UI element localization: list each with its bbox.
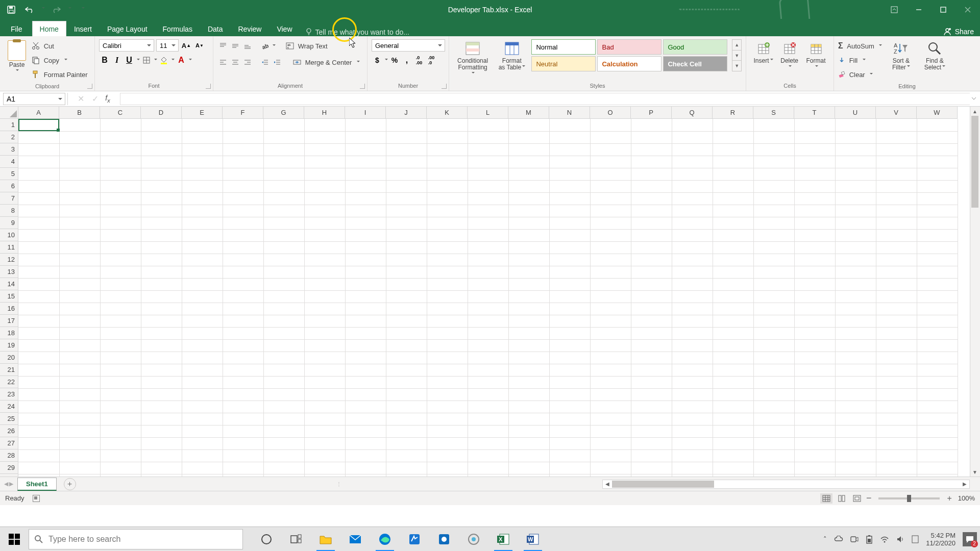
cell[interactable] (508, 229, 549, 241)
cell[interactable] (508, 119, 549, 131)
ribbon-display-options[interactable] (882, 0, 906, 19)
cell[interactable] (835, 217, 876, 229)
cell[interactable] (182, 254, 223, 266)
cell[interactable] (345, 254, 386, 266)
cell[interactable] (917, 254, 958, 266)
cell[interactable] (468, 180, 508, 192)
cell[interactable] (427, 290, 468, 303)
cell[interactable] (713, 241, 753, 254)
cell[interactable] (590, 217, 631, 229)
cell[interactable] (59, 376, 100, 388)
cell[interactable] (182, 388, 223, 400)
cell[interactable] (182, 131, 223, 143)
cell[interactable] (141, 364, 182, 376)
cell[interactable] (794, 425, 835, 437)
row-header[interactable]: 4 (0, 156, 18, 168)
cell[interactable] (794, 217, 835, 229)
row-header[interactable]: 20 (0, 352, 18, 364)
column-header[interactable]: I (345, 107, 386, 118)
cell[interactable] (386, 315, 427, 327)
cell[interactable] (100, 278, 141, 290)
tab-formulas[interactable]: Formulas (155, 21, 200, 36)
cell[interactable] (182, 425, 223, 437)
cell[interactable] (100, 462, 141, 474)
cell[interactable] (141, 400, 182, 413)
cell[interactable] (876, 437, 917, 449)
cell[interactable] (223, 229, 263, 241)
cell[interactable] (141, 229, 182, 241)
cell[interactable] (182, 168, 223, 180)
cell[interactable] (223, 437, 263, 449)
cell[interactable] (100, 290, 141, 303)
cell[interactable] (876, 327, 917, 339)
tab-insert[interactable]: Insert (66, 21, 100, 36)
cell[interactable] (100, 400, 141, 413)
cell[interactable] (263, 217, 304, 229)
cell[interactable] (386, 131, 427, 143)
cell[interactable] (141, 327, 182, 339)
share-button[interactable]: Share (943, 27, 974, 36)
cell[interactable] (18, 462, 59, 474)
cell[interactable] (141, 425, 182, 437)
cell[interactable] (304, 474, 345, 477)
row-header[interactable]: 26 (0, 425, 18, 437)
cell[interactable] (223, 474, 263, 477)
cell[interactable] (59, 449, 100, 462)
row-header[interactable]: 12 (0, 254, 18, 266)
cell[interactable] (713, 388, 753, 400)
cell[interactable] (304, 205, 345, 217)
cell[interactable] (753, 229, 794, 241)
cell[interactable] (835, 241, 876, 254)
cell[interactable] (794, 205, 835, 217)
cell[interactable] (549, 266, 590, 278)
cell[interactable] (141, 376, 182, 388)
cell[interactable] (590, 143, 631, 156)
cell[interactable] (672, 437, 713, 449)
cell[interactable] (672, 388, 713, 400)
cell[interactable] (468, 303, 508, 315)
column-header[interactable]: N (549, 107, 590, 118)
insert-function[interactable]: fx (103, 92, 116, 106)
undo-dropdown[interactable] (41, 7, 45, 12)
cell[interactable] (876, 180, 917, 192)
cell[interactable] (508, 352, 549, 364)
tab-review[interactable]: Review (231, 21, 270, 36)
cell[interactable] (590, 364, 631, 376)
cell[interactable] (182, 229, 223, 241)
column-header[interactable]: H (304, 107, 345, 118)
cell[interactable] (59, 290, 100, 303)
cell[interactable] (508, 364, 549, 376)
cell[interactable] (100, 303, 141, 315)
cell[interactable] (141, 388, 182, 400)
cell[interactable] (753, 303, 794, 315)
cell[interactable] (345, 413, 386, 425)
cell[interactable] (304, 278, 345, 290)
cell[interactable] (876, 143, 917, 156)
zoom-slider[interactable] (878, 497, 940, 499)
cell[interactable] (427, 254, 468, 266)
align-left[interactable] (217, 57, 229, 68)
cell[interactable] (631, 229, 672, 241)
cell[interactable] (794, 400, 835, 413)
tab-page-layout[interactable]: Page Layout (100, 21, 155, 36)
cell[interactable] (59, 303, 100, 315)
cell[interactable] (713, 278, 753, 290)
cell[interactable] (59, 352, 100, 364)
cell[interactable] (876, 462, 917, 474)
cell[interactable] (223, 266, 263, 278)
cell[interactable] (590, 327, 631, 339)
cell[interactable] (223, 339, 263, 352)
formula-input[interactable] (120, 93, 970, 105)
cell[interactable] (508, 156, 549, 168)
cell[interactable] (672, 131, 713, 143)
cell[interactable] (713, 315, 753, 327)
cell[interactable] (141, 474, 182, 477)
qat-save[interactable] (4, 3, 18, 17)
app-icon-2[interactable] (430, 527, 458, 552)
cell[interactable] (223, 156, 263, 168)
cell[interactable] (631, 339, 672, 352)
cell[interactable] (59, 205, 100, 217)
cell[interactable] (876, 254, 917, 266)
cell[interactable] (59, 474, 100, 477)
cell-style-neutral[interactable]: Neutral (531, 56, 596, 71)
